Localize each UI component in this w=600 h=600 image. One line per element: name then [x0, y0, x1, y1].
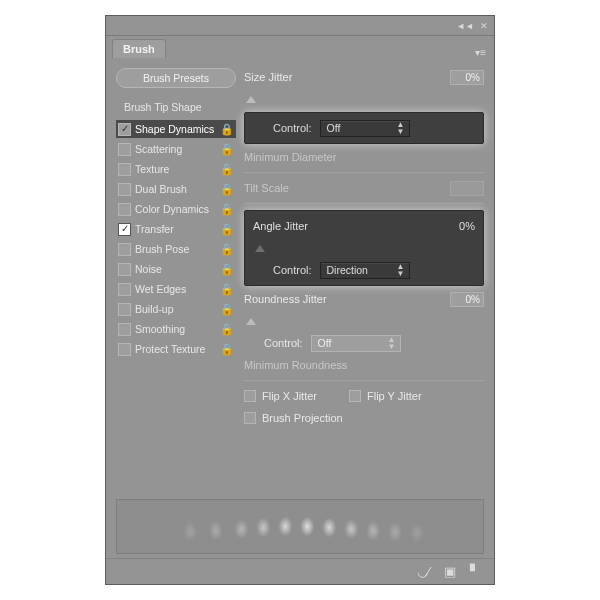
- tab-brush[interactable]: Brush: [112, 39, 166, 58]
- label: Tilt Scale: [244, 182, 289, 194]
- sidebar-item-noise[interactable]: Noise 🔒: [116, 260, 236, 278]
- label: Brush Projection: [262, 412, 343, 424]
- label: Noise: [135, 263, 216, 275]
- roundness-jitter-row: Roundness Jitter 0%: [244, 290, 484, 308]
- checkbox[interactable]: [118, 283, 131, 296]
- tilt-scale-value[interactable]: [450, 181, 484, 196]
- lock-icon[interactable]: 🔒: [220, 263, 234, 276]
- sidebar-item-wet-edges[interactable]: Wet Edges 🔒: [116, 280, 236, 298]
- lock-icon[interactable]: 🔒: [220, 283, 234, 296]
- value: Off: [327, 122, 341, 134]
- lock-icon[interactable]: 🔒: [220, 163, 234, 176]
- delete-icon[interactable]: ▘: [470, 564, 480, 579]
- label: Dual Brush: [135, 183, 216, 195]
- sidebar: Brush Presets Brush Tip Shape Shape Dyna…: [116, 68, 236, 491]
- label: Brush Pose: [135, 243, 216, 255]
- close-icon[interactable]: ✕: [480, 21, 488, 31]
- label: Flip X Jitter: [262, 390, 317, 402]
- dropdown-arrows-icon: ▲▼: [397, 263, 405, 277]
- checkbox[interactable]: [118, 243, 131, 256]
- angle-control-dropdown[interactable]: Direction ▲▼: [320, 262, 410, 279]
- angle-jitter-group: Angle Jitter 0% Control: Direction ▲▼: [244, 210, 484, 286]
- label: Wet Edges: [135, 283, 216, 295]
- label: Texture: [135, 163, 216, 175]
- brush-presets-button[interactable]: Brush Presets: [116, 68, 236, 88]
- angle-jitter-slider[interactable]: [253, 239, 475, 257]
- slider-handle-icon[interactable]: [246, 96, 256, 103]
- label: Size Jitter: [244, 71, 292, 83]
- label: Control:: [273, 264, 312, 276]
- label: Angle Jitter: [253, 220, 308, 232]
- min-roundness-row: Minimum Roundness: [244, 356, 484, 374]
- flip-row: Flip X Jitter Flip Y Jitter: [244, 387, 484, 405]
- value: Direction: [327, 264, 368, 276]
- collapse-icon[interactable]: ◄◄: [456, 21, 474, 31]
- sidebar-item-build-up[interactable]: Build-up 🔒: [116, 300, 236, 318]
- slider-handle-icon[interactable]: [246, 318, 256, 325]
- panel-body: Brush Presets Brush Tip Shape Shape Dyna…: [106, 58, 494, 495]
- checkbox[interactable]: [118, 203, 131, 216]
- sidebar-item-transfer[interactable]: Transfer 🔒: [116, 220, 236, 238]
- lock-icon[interactable]: 🔒: [220, 123, 234, 136]
- checkbox[interactable]: [118, 323, 131, 336]
- sidebar-item-dual-brush[interactable]: Dual Brush 🔒: [116, 180, 236, 198]
- sidebar-item-smoothing[interactable]: Smoothing 🔒: [116, 320, 236, 338]
- checkbox[interactable]: [118, 123, 131, 136]
- brush-panel: ◄◄ ✕ Brush ▾≡ Brush Presets Brush Tip Sh…: [105, 15, 495, 585]
- sidebar-item-texture[interactable]: Texture 🔒: [116, 160, 236, 178]
- label: Control:: [273, 122, 312, 134]
- checkbox[interactable]: [118, 343, 131, 356]
- size-jitter-slider[interactable]: [244, 90, 484, 108]
- label: Roundness Jitter: [244, 293, 327, 305]
- label: Shape Dynamics: [135, 123, 216, 135]
- sidebar-item-brush-pose[interactable]: Brush Pose 🔒: [116, 240, 236, 258]
- size-jitter-row: Size Jitter 0%: [244, 68, 484, 86]
- label: Flip Y Jitter: [367, 390, 422, 402]
- label: Build-up: [135, 303, 216, 315]
- lock-icon[interactable]: 🔒: [220, 143, 234, 156]
- checkbox[interactable]: [118, 303, 131, 316]
- sidebar-item-scattering[interactable]: Scattering 🔒: [116, 140, 236, 158]
- tilt-scale-row: Tilt Scale: [244, 179, 484, 197]
- sidebar-item-protect-texture[interactable]: Protect Texture 🔒: [116, 340, 236, 358]
- brush-projection-row: Brush Projection: [244, 409, 484, 427]
- roundness-jitter-slider[interactable]: [244, 312, 484, 330]
- label: Brush Presets: [143, 72, 209, 84]
- dropdown-arrows-icon: ▲▼: [397, 121, 405, 135]
- panel-header: ◄◄ ✕: [106, 16, 494, 36]
- angle-jitter-value[interactable]: 0%: [459, 220, 475, 232]
- checkbox[interactable]: [118, 183, 131, 196]
- size-control-group: Control: Off ▲▼: [244, 112, 484, 144]
- lock-icon[interactable]: 🔒: [220, 243, 234, 256]
- brush-preview: [116, 499, 484, 554]
- lock-icon[interactable]: 🔒: [220, 303, 234, 316]
- toggle-preview-icon[interactable]: ◡⁄: [417, 564, 430, 579]
- brush-projection-checkbox[interactable]: [244, 412, 256, 424]
- slider-handle-icon[interactable]: [255, 245, 265, 252]
- lock-icon[interactable]: 🔒: [220, 203, 234, 216]
- tab-bar: Brush ▾≡: [106, 36, 494, 58]
- lock-icon[interactable]: 🔒: [220, 323, 234, 336]
- lock-icon[interactable]: 🔒: [220, 183, 234, 196]
- lock-icon[interactable]: 🔒: [220, 343, 234, 356]
- size-jitter-value[interactable]: 0%: [450, 70, 484, 85]
- lock-icon[interactable]: 🔒: [220, 223, 234, 236]
- label: Protect Texture: [135, 343, 216, 355]
- panel-menu-icon[interactable]: ▾≡: [475, 47, 494, 58]
- sidebar-item-shape-dynamics[interactable]: Shape Dynamics 🔒: [116, 120, 236, 138]
- size-control-dropdown[interactable]: Off ▲▼: [320, 120, 410, 137]
- checkbox[interactable]: [118, 143, 131, 156]
- flip-y-checkbox[interactable]: [349, 390, 361, 402]
- roundness-control-dropdown[interactable]: Off ▲▼: [311, 335, 401, 352]
- flip-x-checkbox[interactable]: [244, 390, 256, 402]
- dropdown-arrows-icon: ▲▼: [388, 336, 396, 350]
- settings-main: Size Jitter 0% Control: Off ▲▼ Minimum D…: [244, 68, 484, 491]
- roundness-jitter-value[interactable]: 0%: [450, 292, 484, 307]
- new-preset-icon[interactable]: ▣: [444, 564, 456, 579]
- checkbox[interactable]: [118, 163, 131, 176]
- checkbox[interactable]: [118, 223, 131, 236]
- sidebar-item-brush-tip-shape[interactable]: Brush Tip Shape: [122, 98, 236, 116]
- label: Control:: [264, 337, 303, 349]
- checkbox[interactable]: [118, 263, 131, 276]
- sidebar-item-color-dynamics[interactable]: Color Dynamics 🔒: [116, 200, 236, 218]
